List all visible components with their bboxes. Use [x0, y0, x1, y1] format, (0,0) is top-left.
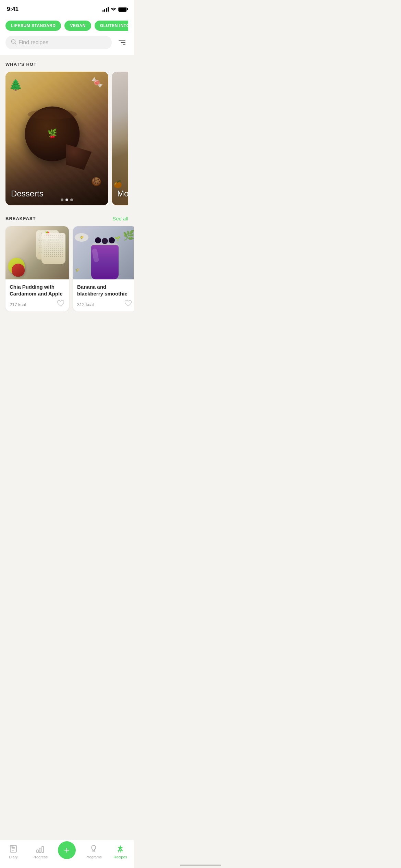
dot-1 — [61, 198, 63, 201]
whats-hot-section: WHAT'S HOT 🌲 — [0, 62, 134, 205]
smoothie-favorite-button[interactable] — [124, 299, 132, 307]
dot-3 — [70, 198, 73, 201]
oats-bowl: 🌾 — [75, 233, 88, 242]
chia-pudding-image: 🍓 — [5, 226, 69, 279]
signal-icon — [102, 7, 109, 12]
svg-line-1 — [15, 43, 16, 44]
smoothie-image: 🌿 🌾 🌾 — [73, 226, 134, 279]
wifi-icon — [111, 7, 116, 12]
smoothie-kcal: 312 kcal — [77, 302, 94, 307]
status-icons — [102, 7, 127, 12]
status-time: 9:41 — [7, 6, 19, 13]
filter-button[interactable] — [116, 36, 128, 49]
plan-tags: LIFESUM STANDARD VEGAN GLUTEN INTO... — [5, 21, 128, 31]
search-placeholder: Find recipes — [19, 39, 48, 46]
search-bar[interactable]: Find recipes — [5, 36, 112, 49]
breakfast-header: BREAKFAST See all — [0, 209, 134, 226]
dot-2-active — [65, 198, 68, 201]
chia-recipe-name: Chia Pudding with Cardamom and Apple — [10, 284, 65, 297]
carousel-dots — [5, 198, 128, 201]
desserts-label: Desserts — [11, 189, 44, 198]
filter-lines-icon — [119, 40, 125, 45]
herb-decoration: 🌿 — [123, 230, 134, 241]
plan-tag-gluten[interactable]: GLUTEN INTO... — [95, 21, 128, 31]
recipe-card-smoothie[interactable]: 🌿 🌾 🌾 — [73, 226, 134, 311]
hot-carousel: 🌲 🌿 🍒 — [5, 72, 128, 205]
pine-decoration: 🌲 — [9, 79, 23, 92]
candy-decoration: 🍬 — [91, 77, 103, 88]
whats-hot-title: WHAT'S HOT — [5, 62, 128, 67]
oats-decoration: 🌾 — [75, 268, 80, 273]
battery-icon — [118, 7, 127, 12]
status-bar: 9:41 — [0, 0, 134, 16]
hot-card-mock[interactable]: 🍊 Mock... — [112, 72, 128, 205]
cup-front — [41, 233, 65, 264]
breakfast-title: BREAKFAST — [5, 216, 36, 221]
chia-recipe-footer: 217 kcal — [10, 299, 65, 307]
smoothie-recipe-name: Banana and blackberry smoothie — [77, 284, 132, 297]
smoothie-card-body: Banana and blackberry smoothie 312 kcal — [73, 279, 134, 311]
plan-tag-vegan[interactable]: VEGAN — [64, 21, 91, 31]
mock-label: Mock... — [117, 189, 128, 198]
smoothie-recipe-footer: 312 kcal — [77, 299, 132, 307]
search-row: Find recipes — [5, 36, 128, 49]
search-icon — [11, 39, 16, 46]
chia-card-body: Chia Pudding with Cardamom and Apple 217… — [5, 279, 69, 311]
smoothie-cup-outer: 🌱 — [91, 243, 119, 279]
chia-kcal: 217 kcal — [10, 302, 26, 307]
breakfast-section: BREAKFAST See all 🍓 — [0, 209, 134, 311]
plan-tag-standard[interactable]: LIFESUM STANDARD — [5, 21, 61, 31]
chia-favorite-button[interactable] — [57, 299, 65, 307]
top-section: LIFESUM STANDARD VEGAN GLUTEN INTO... Fi… — [0, 16, 134, 55]
see-all-button[interactable]: See all — [112, 216, 128, 221]
berries-on-top — [95, 237, 115, 244]
hot-card-desserts[interactable]: 🌲 🌿 🍒 — [5, 72, 108, 205]
recipe-card-chia[interactable]: 🍓 Chia Pudding with Cardamom and Apple 2… — [5, 226, 69, 311]
recipe-cards: 🍓 Chia Pudding with Cardamom and Apple 2… — [0, 226, 134, 311]
apple-red — [12, 264, 25, 277]
